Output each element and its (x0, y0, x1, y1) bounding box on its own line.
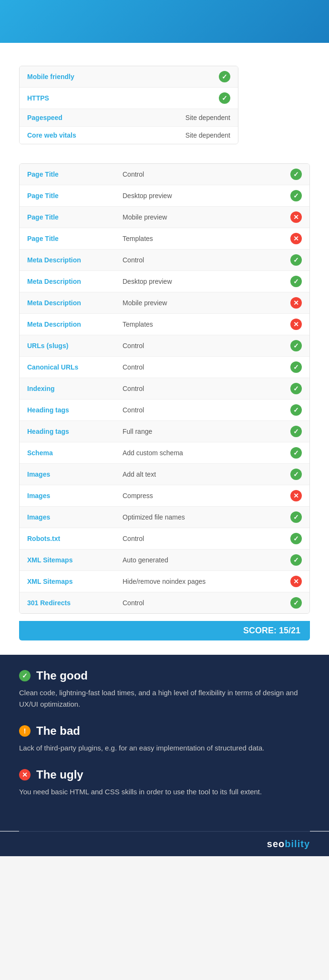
verdict-title-row: !The bad (19, 724, 310, 738)
check-icon: ✓ (290, 426, 302, 437)
check-icon: ✓ (290, 190, 302, 201)
warn-icon: ! (19, 725, 31, 737)
page-experience-table: Mobile friendly✓HTTPS✓PagespeedSite depe… (19, 66, 238, 144)
seo-label: Images (27, 492, 123, 500)
seo-label: Meta Description (27, 278, 123, 285)
seo-row: Meta DescriptionMobile preview✕ (20, 292, 309, 314)
header (0, 0, 329, 43)
seo-row: 301 RedirectsControl✓ (20, 592, 309, 613)
cross-icon: ✕ (290, 211, 302, 223)
check-icon: ✓ (290, 447, 302, 459)
seo-row: XML SitemapsAuto generated✓ (20, 550, 309, 571)
brand-first: seo (267, 839, 285, 849)
check-icon: ✓ (290, 361, 302, 373)
check-icon: ✓ (219, 92, 230, 104)
seo-label: Heading tags (27, 406, 123, 414)
seo-value: Desktop preview (123, 192, 288, 200)
seo-label: Robots.txt (27, 535, 123, 542)
seo-row: IndexingControl✓ (20, 378, 309, 400)
seo-row: Meta DescriptionTemplates✕ (20, 314, 309, 335)
check-icon: ✓ (290, 469, 302, 480)
seo-icon-wrap: ✓ (288, 361, 302, 373)
pe-value: ✓ (219, 71, 230, 82)
seo-icon-wrap: ✓ (288, 511, 302, 523)
bottom-section: ✓The goodClean code, lightning-fast load… (0, 655, 329, 831)
footer: seobility (0, 831, 329, 856)
seo-label: Page Title (27, 235, 123, 242)
page-experience-container: Mobile friendly✓HTTPS✓PagespeedSite depe… (19, 66, 310, 144)
cross-icon: ✕ (19, 769, 31, 780)
pe-row: Core web vitalsSite dependent (20, 127, 238, 144)
seo-row: SchemaAdd custom schema✓ (20, 442, 309, 464)
seo-value: Add alt text (123, 470, 288, 478)
seo-icon-wrap: ✓ (288, 554, 302, 566)
seo-value: Control (123, 599, 288, 607)
check-icon: ✓ (19, 670, 31, 681)
seo-value: Control (123, 363, 288, 371)
verdict-text: You need basic HTML and CSS skills in or… (19, 786, 310, 798)
score-bar: SCORE: 15/21 (19, 621, 310, 640)
verdict-heading: The bad (36, 724, 80, 738)
seo-icon-wrap: ✕ (288, 211, 302, 223)
cross-icon: ✕ (290, 576, 302, 587)
seo-icon-wrap: ✓ (288, 447, 302, 459)
seo-label: Meta Description (27, 256, 123, 264)
brand-second: bility (285, 839, 310, 849)
verdict-text: Clean code, lightning-fast load times, a… (19, 687, 310, 710)
seo-label: Page Title (27, 170, 123, 178)
seo-icon-wrap: ✕ (288, 297, 302, 309)
seo-label: Heading tags (27, 428, 123, 435)
seo-row: Heading tagsControl✓ (20, 400, 309, 421)
seo-icon-wrap: ✓ (288, 190, 302, 201)
brand: seobility (267, 839, 310, 849)
verdict-heading: The good (36, 669, 88, 682)
cross-icon: ✕ (290, 319, 302, 330)
check-icon: ✓ (290, 597, 302, 609)
seo-icon-wrap: ✓ (288, 340, 302, 351)
seo-row: Page TitleDesktop preview✓ (20, 185, 309, 207)
seo-label: Meta Description (27, 320, 123, 328)
seo-icon-wrap: ✓ (288, 426, 302, 437)
seo-label: Images (27, 470, 123, 478)
seo-icon-wrap: ✓ (288, 254, 302, 266)
pe-value: ✓ (219, 92, 230, 104)
seo-icon-wrap: ✕ (288, 319, 302, 330)
seo-value: Mobile preview (123, 213, 288, 221)
seo-row: Page TitleControl✓ (20, 164, 309, 185)
verdict-bad: !The badLack of third-party plugins, e.g… (19, 724, 310, 754)
pe-label: Mobile friendly (27, 73, 219, 80)
score-label: SCORE: 15/21 (243, 626, 300, 635)
seo-value: Control (123, 535, 288, 542)
check-icon: ✓ (290, 383, 302, 394)
seo-row: Page TitleTemplates✕ (20, 228, 309, 250)
seo-row: XML SitemapsHide/remove noindex pages✕ (20, 571, 309, 592)
seo-value: Control (123, 256, 288, 264)
seo-row: Page TitleMobile preview✕ (20, 207, 309, 228)
seo-value: Hide/remove noindex pages (123, 578, 288, 585)
seo-value: Control (123, 170, 288, 178)
verdict-heading: The ugly (36, 768, 83, 781)
seo-value: Optimized file names (123, 513, 288, 521)
seo-icon-wrap: ✕ (288, 576, 302, 587)
seo-label: Images (27, 513, 123, 521)
pe-label: Core web vitals (27, 131, 185, 139)
seo-value: Control (123, 342, 288, 350)
seo-icon-wrap: ✓ (288, 404, 302, 416)
seo-value: Control (123, 385, 288, 392)
seo-label: Meta Description (27, 299, 123, 307)
seo-label: URLs (slugs) (27, 342, 123, 350)
pe-row: Mobile friendly✓ (20, 66, 238, 88)
seo-label: XML Sitemaps (27, 556, 123, 564)
verdict-title-row: ✓The good (19, 669, 310, 682)
seo-value: Mobile preview (123, 299, 288, 307)
pe-label: Pagespeed (27, 114, 185, 121)
check-icon: ✓ (219, 71, 230, 82)
check-icon: ✓ (290, 169, 302, 180)
seo-value: Full range (123, 428, 288, 435)
seo-label: Canonical URLs (27, 363, 123, 371)
seo-label: Page Title (27, 192, 123, 200)
seo-row: Robots.txtControl✓ (20, 528, 309, 550)
seo-row: ImagesAdd alt text✓ (20, 464, 309, 485)
check-icon: ✓ (290, 554, 302, 566)
verdict-ugly: ✕The uglyYou need basic HTML and CSS ski… (19, 768, 310, 798)
